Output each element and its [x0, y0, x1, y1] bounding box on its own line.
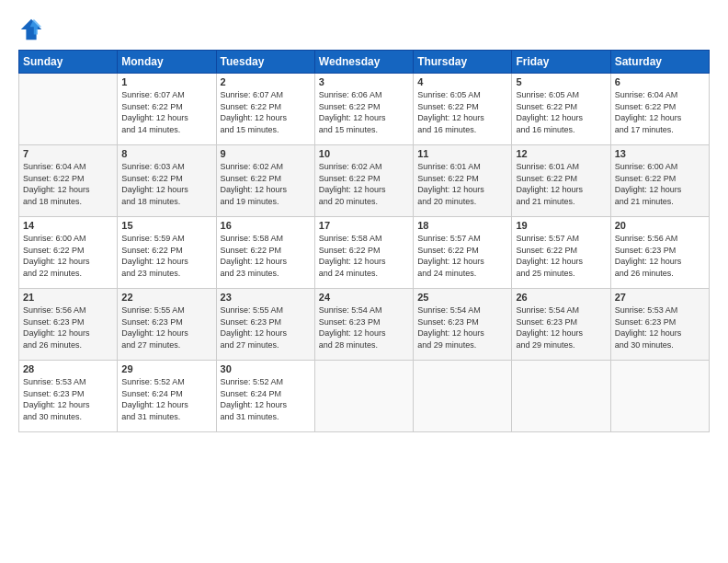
day-cell: 11Sunrise: 6:01 AMSunset: 6:22 PMDayligh…: [414, 145, 512, 217]
day-info: Sunrise: 5:55 AMSunset: 6:23 PMDaylight:…: [221, 304, 311, 350]
day-number: 30: [221, 363, 311, 374]
day-cell: 28Sunrise: 5:53 AMSunset: 6:23 PMDayligh…: [19, 361, 118, 432]
day-cell: 5Sunrise: 6:05 AMSunset: 6:22 PMDaylight…: [512, 74, 610, 145]
day-info: Sunrise: 6:01 AMSunset: 6:22 PMDaylight:…: [417, 161, 507, 207]
day-number: 24: [319, 292, 409, 303]
day-number: 1: [121, 76, 211, 87]
day-cell: 29Sunrise: 5:52 AMSunset: 6:24 PMDayligh…: [118, 361, 216, 432]
day-info: Sunrise: 5:56 AMSunset: 6:23 PMDaylight:…: [23, 304, 113, 350]
day-cell: 21Sunrise: 5:56 AMSunset: 6:23 PMDayligh…: [19, 289, 118, 361]
col-header-sunday: Sunday: [19, 51, 118, 74]
day-info: Sunrise: 6:04 AMSunset: 6:22 PMDaylight:…: [23, 161, 113, 207]
day-number: 23: [221, 292, 311, 303]
day-info: Sunrise: 6:07 AMSunset: 6:22 PMDaylight:…: [121, 89, 211, 135]
day-cell: 19Sunrise: 5:57 AMSunset: 6:22 PMDayligh…: [512, 217, 610, 289]
page: SundayMondayTuesdayWednesdayThursdayFrid…: [0, 0, 728, 442]
day-number: 26: [516, 292, 606, 303]
day-number: 27: [615, 292, 705, 303]
day-info: Sunrise: 5:58 AMSunset: 6:22 PMDaylight:…: [221, 233, 311, 279]
day-number: 10: [319, 148, 409, 159]
day-number: 4: [417, 76, 507, 87]
col-header-monday: Monday: [118, 51, 216, 74]
day-cell: 2Sunrise: 6:07 AMSunset: 6:22 PMDaylight…: [216, 74, 314, 145]
day-cell: 4Sunrise: 6:05 AMSunset: 6:22 PMDaylight…: [414, 74, 512, 145]
day-cell: 12Sunrise: 6:01 AMSunset: 6:22 PMDayligh…: [512, 145, 610, 217]
day-number: 28: [23, 363, 113, 374]
day-info: Sunrise: 6:02 AMSunset: 6:22 PMDaylight:…: [319, 161, 409, 207]
day-cell: [19, 74, 118, 145]
day-info: Sunrise: 6:02 AMSunset: 6:22 PMDaylight:…: [221, 161, 311, 207]
day-cell: 16Sunrise: 5:58 AMSunset: 6:22 PMDayligh…: [216, 217, 314, 289]
day-number: 13: [615, 148, 705, 159]
logo: [18, 17, 48, 42]
day-info: Sunrise: 6:01 AMSunset: 6:22 PMDaylight:…: [516, 161, 606, 207]
day-number: 3: [319, 76, 409, 87]
day-cell: 15Sunrise: 5:59 AMSunset: 6:22 PMDayligh…: [118, 217, 216, 289]
day-cell: 24Sunrise: 5:54 AMSunset: 6:23 PMDayligh…: [314, 289, 413, 361]
day-number: 9: [221, 148, 311, 159]
col-header-thursday: Thursday: [414, 51, 512, 74]
days-header-row: SundayMondayTuesdayWednesdayThursdayFrid…: [19, 51, 710, 74]
day-cell: 18Sunrise: 5:57 AMSunset: 6:22 PMDayligh…: [414, 217, 512, 289]
day-info: Sunrise: 5:57 AMSunset: 6:22 PMDaylight:…: [417, 233, 507, 279]
day-cell: 1Sunrise: 6:07 AMSunset: 6:22 PMDaylight…: [118, 74, 216, 145]
day-cell: [512, 361, 610, 432]
day-cell: [414, 361, 512, 432]
day-number: 2: [221, 76, 311, 87]
day-cell: 22Sunrise: 5:55 AMSunset: 6:23 PMDayligh…: [118, 289, 216, 361]
day-number: 16: [221, 220, 311, 231]
day-info: Sunrise: 5:54 AMSunset: 6:23 PMDaylight:…: [417, 304, 507, 350]
day-info: Sunrise: 5:57 AMSunset: 6:22 PMDaylight:…: [516, 233, 606, 279]
header: [18, 17, 710, 42]
day-info: Sunrise: 6:05 AMSunset: 6:22 PMDaylight:…: [516, 89, 606, 135]
day-info: Sunrise: 5:56 AMSunset: 6:23 PMDaylight:…: [615, 233, 705, 279]
day-cell: 26Sunrise: 5:54 AMSunset: 6:23 PMDayligh…: [512, 289, 610, 361]
day-info: Sunrise: 5:54 AMSunset: 6:23 PMDaylight:…: [516, 304, 606, 350]
day-cell: [610, 361, 709, 432]
logo-icon: [18, 17, 44, 42]
day-info: Sunrise: 5:53 AMSunset: 6:23 PMDaylight:…: [615, 304, 705, 350]
day-info: Sunrise: 6:00 AMSunset: 6:22 PMDaylight:…: [615, 161, 705, 207]
day-number: 11: [417, 148, 507, 159]
col-header-saturday: Saturday: [610, 51, 709, 74]
col-header-friday: Friday: [512, 51, 610, 74]
day-cell: 9Sunrise: 6:02 AMSunset: 6:22 PMDaylight…: [216, 145, 314, 217]
day-info: Sunrise: 6:05 AMSunset: 6:22 PMDaylight:…: [417, 89, 507, 135]
day-info: Sunrise: 5:58 AMSunset: 6:22 PMDaylight:…: [319, 233, 409, 279]
day-info: Sunrise: 6:07 AMSunset: 6:22 PMDaylight:…: [221, 89, 311, 135]
col-header-tuesday: Tuesday: [216, 51, 314, 74]
week-row-2: 7Sunrise: 6:04 AMSunset: 6:22 PMDaylight…: [19, 145, 710, 217]
day-number: 20: [615, 220, 705, 231]
day-cell: 20Sunrise: 5:56 AMSunset: 6:23 PMDayligh…: [610, 217, 709, 289]
day-cell: 13Sunrise: 6:00 AMSunset: 6:22 PMDayligh…: [610, 145, 709, 217]
day-info: Sunrise: 6:04 AMSunset: 6:22 PMDaylight:…: [615, 89, 705, 135]
day-cell: 23Sunrise: 5:55 AMSunset: 6:23 PMDayligh…: [216, 289, 314, 361]
week-row-4: 21Sunrise: 5:56 AMSunset: 6:23 PMDayligh…: [19, 289, 710, 361]
day-info: Sunrise: 5:54 AMSunset: 6:23 PMDaylight:…: [319, 304, 409, 350]
day-info: Sunrise: 5:59 AMSunset: 6:22 PMDaylight:…: [121, 233, 211, 279]
day-cell: 27Sunrise: 5:53 AMSunset: 6:23 PMDayligh…: [610, 289, 709, 361]
calendar-table: SundayMondayTuesdayWednesdayThursdayFrid…: [18, 50, 710, 432]
day-info: Sunrise: 6:03 AMSunset: 6:22 PMDaylight:…: [121, 161, 211, 207]
day-cell: [314, 361, 413, 432]
week-row-1: 1Sunrise: 6:07 AMSunset: 6:22 PMDaylight…: [19, 74, 710, 145]
day-number: 8: [121, 148, 211, 159]
day-number: 18: [417, 220, 507, 231]
day-info: Sunrise: 5:55 AMSunset: 6:23 PMDaylight:…: [121, 304, 211, 350]
day-info: Sunrise: 6:00 AMSunset: 6:22 PMDaylight:…: [23, 233, 113, 279]
week-row-5: 28Sunrise: 5:53 AMSunset: 6:23 PMDayligh…: [19, 361, 710, 432]
day-info: Sunrise: 5:52 AMSunset: 6:24 PMDaylight:…: [221, 376, 311, 422]
day-info: Sunrise: 5:52 AMSunset: 6:24 PMDaylight:…: [121, 376, 211, 422]
day-number: 21: [23, 292, 113, 303]
day-cell: 6Sunrise: 6:04 AMSunset: 6:22 PMDaylight…: [610, 74, 709, 145]
day-info: Sunrise: 5:53 AMSunset: 6:23 PMDaylight:…: [23, 376, 113, 422]
day-info: Sunrise: 6:06 AMSunset: 6:22 PMDaylight:…: [319, 89, 409, 135]
day-number: 19: [516, 220, 606, 231]
day-number: 22: [121, 292, 211, 303]
day-cell: 3Sunrise: 6:06 AMSunset: 6:22 PMDaylight…: [314, 74, 413, 145]
day-cell: 25Sunrise: 5:54 AMSunset: 6:23 PMDayligh…: [414, 289, 512, 361]
day-cell: 8Sunrise: 6:03 AMSunset: 6:22 PMDaylight…: [118, 145, 216, 217]
day-number: 25: [417, 292, 507, 303]
day-number: 15: [121, 220, 211, 231]
week-row-3: 14Sunrise: 6:00 AMSunset: 6:22 PMDayligh…: [19, 217, 710, 289]
